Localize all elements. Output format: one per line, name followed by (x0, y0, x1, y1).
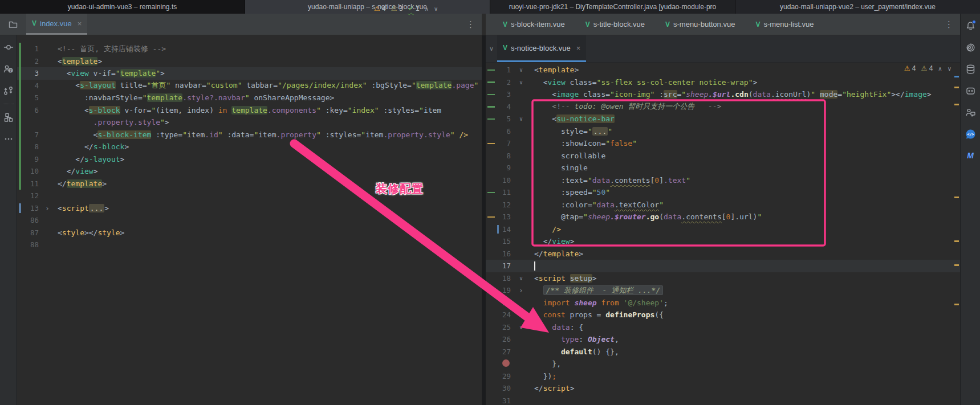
tab-s-title-block-vue[interactable]: Vs-title-block.vue (578, 14, 657, 35)
window-title-segment-4[interactable]: yudao-mall-uniapp-vue2 – user_payment/in… (735, 0, 980, 14)
left-code-editor[interactable]: 1<!-- 首页, 支持店铺装修 -->2<template>3 <view v… (17, 35, 482, 405)
users-help-icon[interactable]: ? (0, 59, 17, 79)
close-tab-icon[interactable]: × (576, 44, 581, 52)
users-chat-icon[interactable] (961, 103, 980, 122)
fold-toggle-icon[interactable]: ∨ (513, 116, 529, 122)
line-number[interactable]: 86 (17, 216, 41, 224)
code-line: 12 :color="data.textColor" (486, 199, 960, 211)
fold-toggle-icon[interactable]: › (41, 204, 54, 212)
tab-s-block-item-vue[interactable]: Vs-block-item.vue (495, 14, 578, 35)
right-code-editor[interactable]: 1∨<template>2∨ <view class="ss-flex ss-c… (486, 63, 960, 405)
code-line: 9 single (486, 162, 960, 174)
vcs-change-bar (19, 67, 21, 80)
window-title-text: yudao-mall-uniapp-vue2 – user_payment/in… (780, 3, 936, 11)
error-stripe-mark[interactable] (954, 197, 959, 198)
prev-problem-icon[interactable]: ∧ (938, 66, 942, 72)
line-number[interactable]: 9 (486, 163, 513, 172)
prev-problem-icon[interactable]: ∧ (425, 6, 429, 12)
more-vertical-icon[interactable]: ⋮ (938, 14, 960, 35)
code-text: :speed="50" (529, 188, 610, 197)
pane-divider[interactable] (482, 35, 486, 405)
tab-s-menu-button-vue[interactable]: Vs-menu-button.vue (657, 14, 747, 35)
line-number[interactable]: 27 (486, 347, 513, 356)
next-problem-icon[interactable]: ∨ (434, 6, 438, 12)
tab-label: s-notice-block.vue (511, 44, 571, 52)
line-number[interactable]: 31 (486, 396, 513, 405)
structure-icon[interactable] (0, 108, 17, 127)
m-logo-icon[interactable]: M (961, 146, 980, 165)
code-line: 17 (486, 260, 960, 272)
line-number[interactable]: 10 (486, 176, 513, 185)
code-line: 26 type: Object, (486, 333, 960, 346)
svg-text:M: M (967, 151, 974, 160)
line-number[interactable]: 26 (486, 335, 513, 343)
line-number[interactable]: 29 (486, 372, 513, 381)
code-line: 7 :showIcon="false" (486, 137, 960, 150)
inspections-widget-right[interactable]: ⚠ 4 ⚠ 4 ∧ ∨ (904, 64, 951, 72)
line-number[interactable]: 30 (486, 384, 513, 392)
warning-count: 4 (912, 64, 916, 72)
line-number[interactable]: 6 (486, 127, 513, 136)
line-number[interactable]: 17 (486, 261, 513, 270)
line-number[interactable]: 14 (486, 225, 513, 234)
code-text: type: Object, (529, 335, 619, 343)
error-stripe-mark[interactable] (954, 76, 959, 77)
code-text: <style></style> (54, 228, 124, 237)
error-stripe-mark[interactable] (954, 104, 959, 105)
project-tool-window-button[interactable] (0, 14, 26, 35)
window-title-segment-1[interactable]: yudao-ui-admin-vue3 – remaining.ts (0, 0, 245, 14)
commit-icon[interactable] (0, 38, 17, 57)
line-number[interactable]: 12 (17, 191, 41, 200)
database-icon[interactable] (961, 59, 980, 79)
code-chat-icon[interactable]: </> (961, 124, 980, 144)
next-problem-icon[interactable]: ∨ (948, 66, 951, 72)
ai-spiral-icon[interactable] (961, 38, 980, 57)
error-stripe-mark[interactable] (954, 240, 959, 242)
window-title-segment-2[interactable]: yudao-mall-uniapp – s-notice-block.vue (245, 0, 490, 14)
fold-toggle-icon[interactable]: ∨ (513, 275, 529, 281)
error-stripe-mark[interactable] (954, 304, 959, 305)
line-number[interactable]: 24 (486, 310, 513, 319)
breakpoint-icon[interactable] (502, 359, 510, 367)
notification-dot (972, 20, 976, 24)
git-branch-icon[interactable] (0, 81, 17, 100)
more-horizontal-icon[interactable] (0, 129, 17, 149)
vcs-change-mark (487, 143, 495, 145)
line-number[interactable]: 25 (486, 323, 513, 332)
fold-toggle-icon[interactable]: ∨ (513, 67, 529, 73)
line-number[interactable]: 15 (486, 237, 513, 246)
code-line: 7 <s-block-item :type="item.id" :data="i… (17, 129, 482, 141)
robot-icon[interactable] (961, 81, 980, 100)
bell-notification-icon[interactable] (961, 16, 980, 35)
tab-s-menu-list-vue[interactable]: Vs-menu-list.vue (747, 14, 826, 35)
chevron-down-icon[interactable]: ∨ (486, 35, 497, 62)
fold-toggle-icon[interactable]: ∨ (513, 324, 529, 330)
line-number[interactable]: 8 (486, 152, 513, 160)
code-line: 4 <s-layout title="首页" navbar="custom" t… (17, 80, 482, 92)
code-line: 11 :speed="50" (486, 186, 960, 199)
line-number[interactable] (486, 359, 513, 369)
close-tab-icon[interactable]: × (78, 19, 82, 28)
code-text: single (529, 163, 588, 172)
error-stripe-mark[interactable] (954, 264, 959, 266)
line-number[interactable]: 87 (17, 228, 41, 237)
line-number[interactable]: 12 (486, 201, 513, 209)
vue-file-icon: V (755, 21, 760, 28)
error-stripe-mark[interactable] (954, 87, 959, 88)
fold-toggle-icon[interactable]: › (513, 286, 529, 294)
tab-label: s-menu-list.vue (763, 20, 814, 28)
line-number[interactable]: 23 (486, 298, 513, 307)
line-number[interactable]: 19 (486, 286, 513, 294)
tab-index-vue[interactable]: V index.vue × (26, 14, 87, 35)
inspections-widget-left[interactable]: ⚠ 4 ⚠ 3 ✓ 1 ∧ ∨ (374, 5, 438, 13)
window-title-segment-3[interactable]: ruoyi-vue-pro-jdk21 – DiyTemplateControl… (490, 0, 735, 14)
code-text: <s-block-item :type="item.id" :data="ite… (54, 130, 468, 139)
line-number[interactable]: 88 (17, 240, 41, 249)
line-number[interactable]: 18 (486, 274, 513, 283)
right-tool-window-stripe: </>M (960, 14, 980, 405)
more-vertical-icon[interactable]: ⋮ (459, 14, 482, 35)
fold-toggle-icon[interactable]: ∨ (513, 79, 529, 85)
code-text: <image class="icon-img" :src="sheep.$url… (529, 90, 932, 99)
tab-s-notice-block-vue[interactable]: V s-notice-block.vue × (497, 35, 586, 62)
line-number[interactable]: 16 (486, 249, 513, 258)
